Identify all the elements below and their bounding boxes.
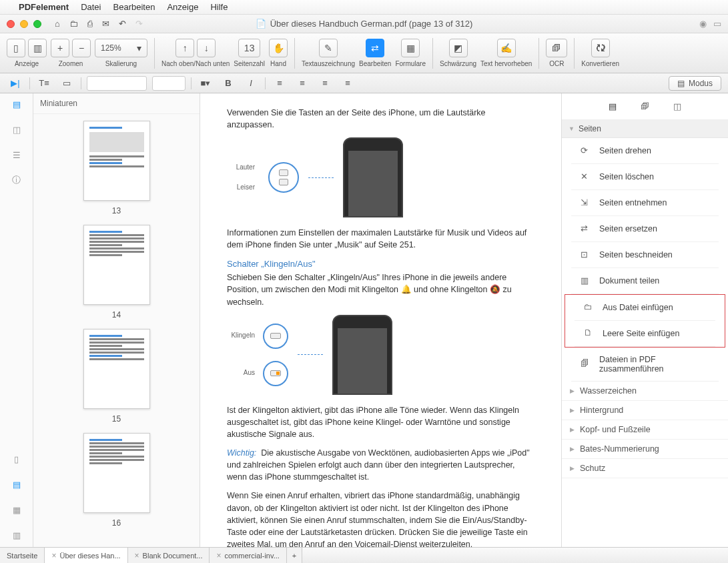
zoom-in-button[interactable]: +	[51, 39, 69, 57]
zoom-window-button[interactable]	[33, 20, 41, 28]
view-double-button[interactable]: ▥	[28, 39, 47, 57]
bates-section[interactable]: ▶Bates-Nummerierung	[562, 440, 728, 459]
app-menu[interactable]: PDFelement	[19, 2, 69, 12]
bookmarks-tab-icon[interactable]: ◫	[11, 124, 23, 135]
doc-paragraph: Ist der Klingelton aktiviert, gibt das i…	[227, 404, 534, 440]
redact-button[interactable]: ◩	[449, 39, 468, 57]
align-right-button[interactable]: ≡	[316, 76, 334, 91]
split-panel-tab-icon[interactable]: ◫	[673, 101, 681, 111]
header-footer-section[interactable]: ▶Kopf- und Fußzeile	[562, 420, 728, 440]
add-tab-button[interactable]: +	[287, 548, 302, 563]
item-label: Aus Datei einfügen	[603, 303, 673, 312]
annotation-button[interactable]: ✎	[319, 39, 338, 57]
folder-icon[interactable]: 🗀	[69, 19, 78, 29]
page-thumbnail[interactable]	[83, 433, 150, 513]
italic-button[interactable]: I	[242, 76, 260, 91]
align-center-button[interactable]: ≡	[294, 76, 311, 91]
edit-button[interactable]: ⇄	[366, 39, 384, 57]
comments-panel-tab-icon[interactable]: 🗊	[641, 101, 649, 111]
undo-icon[interactable]: ↶	[119, 19, 126, 29]
background-section[interactable]: ▶Hintergrund	[562, 401, 728, 420]
thumbnails-tab-icon[interactable]: ▤	[11, 99, 23, 109]
mode-dropdown[interactable]: ▤ Modus	[669, 76, 721, 91]
tab-startseite[interactable]: Startseite	[0, 548, 45, 563]
image-block-icon[interactable]: ▭	[58, 76, 75, 91]
view-mode-2-icon[interactable]: ▤	[11, 479, 23, 490]
close-tab-icon[interactable]: ×	[135, 551, 139, 560]
rotate-pages-item[interactable]: ⟳Seiten drehen	[571, 138, 719, 164]
panel-toggle-icon[interactable]: ▭	[713, 19, 721, 29]
hand-tool-button[interactable]: ✋	[269, 39, 288, 57]
font-size-dropdown[interactable]	[152, 76, 186, 91]
page-number-value: 13	[244, 43, 255, 53]
ocr-button[interactable]: 🗊	[546, 39, 567, 57]
close-window-button[interactable]	[7, 20, 15, 28]
tab-blank-doc[interactable]: ×Blank Document...	[128, 548, 210, 563]
doc-heading: Schalter „Klingeln/Aus"	[227, 258, 534, 271]
close-tab-icon[interactable]: ×	[51, 551, 56, 560]
document-title: 📄 Über dieses Handbuch German.pdf (page …	[256, 19, 473, 29]
view-mode-1-icon[interactable]: ▯	[11, 454, 23, 464]
nav-label: Nach oben/Nach unten	[161, 60, 230, 67]
mail-icon[interactable]: ✉	[102, 19, 109, 29]
seiten-section-header[interactable]: ▼Seiten	[562, 120, 728, 138]
watermark-section[interactable]: ▶Wasserzeichen	[562, 382, 728, 401]
seitenzahl-label: Seitenzahl	[234, 60, 265, 67]
iphone-illustration	[343, 137, 403, 217]
align-left-button[interactable]: ≡	[271, 76, 288, 91]
home-icon[interactable]: ⌂	[55, 19, 60, 29]
outline-tab-icon[interactable]: ☰	[11, 149, 23, 160]
zoom-value-text: 125%	[101, 43, 134, 53]
document-view[interactable]: Verwenden Sie die Tasten an der Seite de…	[200, 93, 561, 547]
print-icon[interactable]: ⎙	[87, 19, 93, 29]
page-thumbnail[interactable]	[83, 329, 150, 409]
convert-button[interactable]: 🗘	[591, 39, 610, 57]
combine-pdf-item[interactable]: 🗐Dateien in PDF zusammenführen	[571, 348, 719, 382]
page-thumbnail[interactable]	[83, 121, 150, 201]
aus-label: Aus	[227, 368, 255, 378]
mode-icon: ▤	[677, 79, 685, 88]
menu-anzeige[interactable]: Anzeige	[167, 2, 198, 12]
highlight-button[interactable]: ✍	[497, 39, 516, 57]
zoom-value-dropdown[interactable]: 125%▾	[95, 39, 147, 57]
font-family-dropdown[interactable]	[87, 76, 147, 91]
align-justify-button[interactable]: ≡	[339, 76, 356, 91]
page-thumbnail[interactable]	[83, 225, 150, 305]
delete-pages-item[interactable]: ✕Seiten löschen	[571, 164, 719, 190]
menu-bearbeiten[interactable]: Bearbeiten	[113, 2, 155, 12]
crop-pages-item[interactable]: ⊡Seiten beschneiden	[571, 242, 719, 268]
menu-datei[interactable]: Datei	[81, 2, 101, 12]
doc-text: Die akustische Ausgabe von Wecktönen, au…	[227, 448, 530, 482]
view-mode-4-icon[interactable]: ▥	[11, 530, 23, 540]
page-number-input[interactable]: 13	[238, 39, 261, 57]
bold-button[interactable]: B	[220, 76, 237, 91]
close-tab-icon[interactable]: ×	[216, 551, 221, 560]
ribbon-toolbar: ▯ ▥ Anzeige + − Zoomen 125%▾ Skalierung …	[0, 33, 728, 73]
menu-hilfe[interactable]: Hilfe	[210, 2, 228, 12]
help-icon[interactable]: ◉	[699, 19, 707, 29]
zoom-out-button[interactable]: −	[72, 39, 91, 57]
iphone-illustration	[332, 315, 392, 395]
text-color-button[interactable]: ■▾	[197, 76, 214, 91]
silent-switch-callout	[263, 361, 288, 386]
forms-button[interactable]: ▦	[401, 39, 420, 57]
split-document-item[interactable]: ▥Dokument teilen	[571, 268, 719, 294]
minimize-window-button[interactable]	[20, 20, 28, 28]
insert-from-file-item[interactable]: 🗀Aus Datei einfügen	[575, 295, 715, 321]
cursor-mode-icon[interactable]: ▶|	[7, 76, 24, 91]
page-down-button[interactable]: ↓	[197, 39, 216, 57]
view-mode-3-icon[interactable]: ▦	[11, 504, 23, 515]
security-section[interactable]: ▶Schutz	[562, 459, 728, 478]
tab-commercial[interactable]: ×commercial-inv...	[210, 548, 286, 563]
page-up-button[interactable]: ↑	[175, 39, 194, 57]
text-block-icon[interactable]: T≡	[35, 76, 53, 91]
insert-blank-page-item[interactable]: 🗋Leere Seite einfügen	[575, 321, 715, 347]
hervor-label: Text hervorheben	[480, 60, 532, 67]
view-single-button[interactable]: ▯	[7, 39, 25, 57]
replace-pages-item[interactable]: ⇄Seiten ersetzen	[571, 216, 719, 242]
redo-icon[interactable]: ↷	[135, 19, 143, 29]
tab-current-doc[interactable]: ×Über dieses Han...	[45, 548, 127, 563]
pages-panel-tab-icon[interactable]: ▤	[609, 101, 617, 111]
info-tab-icon[interactable]: ⓘ	[11, 175, 23, 185]
extract-pages-item[interactable]: ⇲Seiten entnehmen	[571, 190, 719, 216]
